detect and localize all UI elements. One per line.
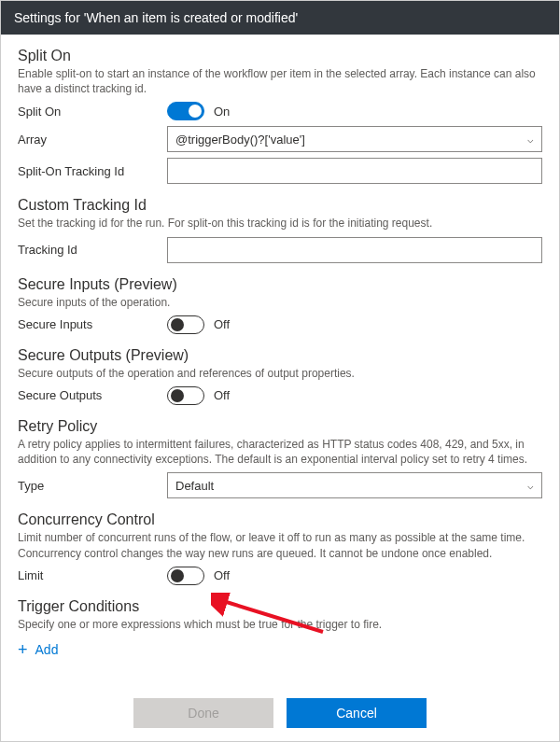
array-label: Array [18,133,167,147]
secure-inputs-desc: Secure inputs of the operation. [18,295,542,310]
concurrency-toggle[interactable] [167,567,204,585]
section-trigger-conditions: Trigger Conditions Specify one or more e… [18,598,542,662]
split-on-tracking-label: Split-On Tracking Id [18,164,167,178]
custom-tracking-desc: Set the tracking id for the run. For spl… [18,216,542,231]
concurrency-limit-label: Limit [18,568,167,582]
section-concurrency: Concurrency Control Limit number of conc… [18,511,542,584]
custom-tracking-title: Custom Tracking Id [18,197,542,214]
secure-outputs-title: Secure Outputs (Preview) [18,347,542,364]
retry-type-value: Default [175,479,214,493]
split-on-desc: Enable split-on to start an instance of … [18,66,542,96]
add-condition-button[interactable]: + Add [18,637,58,662]
retry-title: Retry Policy [18,418,542,435]
secure-inputs-state: Off [214,317,230,331]
dialog-title: Settings for 'When an item is created or… [14,10,298,25]
section-secure-inputs: Secure Inputs (Preview) Secure inputs of… [18,276,542,334]
trigger-conditions-desc: Specify one or more expressions which mu… [18,617,542,632]
retry-type-select[interactable]: Default ⌵ [167,472,542,498]
cancel-button[interactable]: Cancel [287,698,427,728]
concurrency-desc: Limit number of concurrent runs of the f… [18,530,542,560]
add-label: Add [35,642,59,657]
chevron-down-icon: ⌵ [527,480,534,492]
split-on-tracking-input[interactable] [167,158,542,184]
done-button[interactable]: Done [133,698,273,728]
split-on-title: Split On [18,48,542,64]
tracking-id-input[interactable] [167,237,542,263]
array-select[interactable]: @triggerBody()?['value'] ⌵ [167,126,542,152]
tracking-id-label: Tracking Id [18,243,167,257]
chevron-down-icon: ⌵ [527,133,534,146]
split-on-toggle-state: On [214,105,230,119]
split-on-toggle-label: Split On [18,105,167,119]
secure-outputs-label: Secure Outputs [18,388,167,402]
dialog-content: Split On Enable split-on to start an ins… [1,35,559,662]
concurrency-state: Off [214,568,230,582]
dialog-header: Settings for 'When an item is created or… [1,1,559,35]
dialog-footer: Done Cancel [1,698,559,728]
retry-desc: A retry policy applies to intermittent f… [18,437,542,467]
retry-type-label: Type [18,479,167,493]
split-on-toggle[interactable] [167,102,204,120]
plus-icon: + [18,641,28,658]
section-custom-tracking: Custom Tracking Id Set the tracking id f… [18,197,542,262]
section-split-on: Split On Enable split-on to start an ins… [18,48,542,184]
array-value: @triggerBody()?['value'] [175,133,305,147]
secure-inputs-title: Secure Inputs (Preview) [18,276,542,293]
secure-inputs-label: Secure Inputs [18,317,167,331]
secure-inputs-toggle[interactable] [167,315,204,334]
section-secure-outputs: Secure Outputs (Preview) Secure outputs … [18,347,542,405]
section-retry: Retry Policy A retry policy applies to i… [18,418,542,498]
concurrency-title: Concurrency Control [18,511,542,528]
secure-outputs-toggle[interactable] [167,386,204,405]
secure-outputs-desc: Secure outputs of the operation and refe… [18,366,542,381]
trigger-conditions-title: Trigger Conditions [18,598,542,615]
secure-outputs-state: Off [214,388,230,402]
